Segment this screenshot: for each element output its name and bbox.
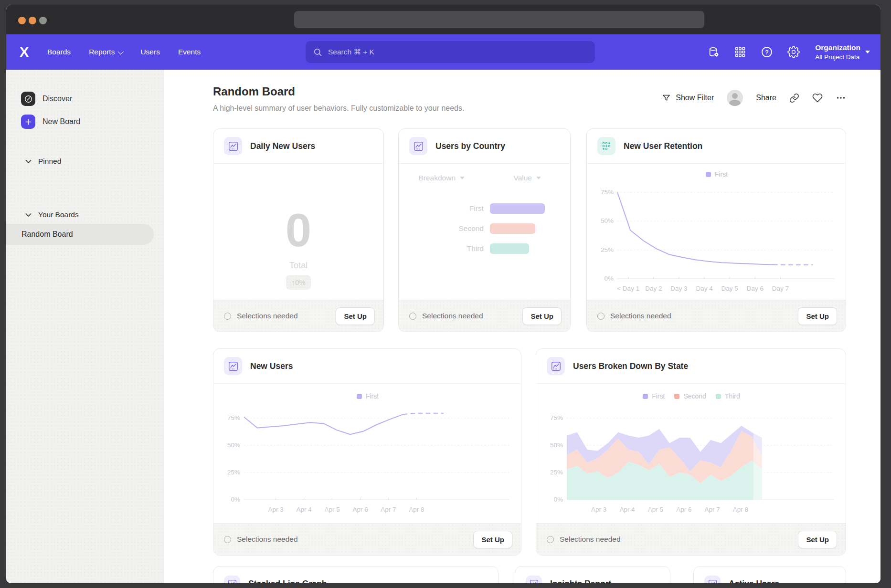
minimize-button[interactable] xyxy=(29,17,36,24)
org-selector[interactable]: Organization All Project Data xyxy=(815,43,870,61)
x-axis-label: Apr 8 xyxy=(714,506,767,513)
legend-label: Second xyxy=(683,392,706,400)
card-daily-new-users: Daily New Users 0 Total ↑0% Selections n… xyxy=(213,128,384,332)
sidebar-section-pinned[interactable]: Pinned xyxy=(25,153,164,170)
search-input[interactable] xyxy=(306,41,595,63)
nav-item-events[interactable]: Events xyxy=(178,48,201,56)
help-icon[interactable]: ? xyxy=(761,46,773,58)
metric-value: 0 xyxy=(213,203,383,257)
copy-link-button[interactable] xyxy=(789,93,799,103)
set-up-button[interactable]: Set Up xyxy=(798,307,837,325)
chevron-down-icon xyxy=(460,177,465,179)
status-text: Selections needed xyxy=(610,312,798,320)
x-axis-label: Apr 8 xyxy=(390,506,443,513)
nav-item-boards[interactable]: Boards xyxy=(47,48,71,56)
nav-item-reports[interactable]: Reports xyxy=(89,48,122,56)
show-filter-button[interactable]: Show Filter xyxy=(662,94,714,103)
metric-delta-badge: ↑0% xyxy=(286,275,310,290)
favorite-button[interactable] xyxy=(812,93,823,103)
line-chart-icon xyxy=(224,137,242,155)
legend-swatch-icon xyxy=(357,394,362,399)
value-dropdown[interactable]: Value xyxy=(485,174,571,182)
y-axis-label: 0% xyxy=(545,496,563,503)
heart-icon xyxy=(812,93,823,103)
ellipsis-icon xyxy=(836,93,846,103)
legend-swatch-icon xyxy=(716,394,721,399)
close-button[interactable] xyxy=(18,17,26,24)
set-up-button[interactable]: Set Up xyxy=(522,307,562,325)
set-up-button[interactable]: Set Up xyxy=(336,307,375,325)
data-management-icon[interactable] xyxy=(707,46,720,58)
plus-icon xyxy=(21,115,35,129)
retention-chart: First75%50%25%0%< Day 1Day 2Day 3Day 4Da… xyxy=(595,168,838,295)
bar-label: Second xyxy=(399,224,484,233)
new-users-chart: First75%50%25%0%Apr 3Apr 4Apr 5Apr 6Apr … xyxy=(222,390,513,516)
card-footer: Selections needed Set Up xyxy=(536,523,846,555)
nav-item-users[interactable]: Users xyxy=(140,48,159,56)
sidebar-item-label: Random Board xyxy=(21,230,73,239)
sidebar-item-new-board[interactable]: New Board xyxy=(21,111,164,133)
status-circle-icon xyxy=(224,313,231,320)
chevron-down-icon xyxy=(865,51,870,53)
chevron-down-icon xyxy=(25,159,32,164)
card-users-by-state: Users Broken Down By State FirstSecondTh… xyxy=(536,348,846,556)
legend-label: First xyxy=(715,170,728,178)
retention-grid-icon xyxy=(597,137,615,155)
status-text: Selections needed xyxy=(560,535,798,544)
search-field[interactable] xyxy=(327,47,520,57)
dropdown-label: Value xyxy=(514,174,532,182)
legend-swatch-icon xyxy=(674,394,679,399)
more-options-button[interactable] xyxy=(836,93,846,103)
legend-swatch-icon xyxy=(706,172,711,177)
titlebar xyxy=(6,5,880,34)
nav-item-label: Reports xyxy=(89,48,115,56)
legend-item: First xyxy=(643,392,665,400)
card-title: New User Retention xyxy=(624,141,702,151)
x-axis-label: Day 7 xyxy=(754,285,806,292)
sidebar-item-discover[interactable]: Discover xyxy=(21,88,164,110)
set-up-button[interactable]: Set Up xyxy=(473,531,512,548)
section-label: Your Boards xyxy=(38,210,79,219)
chart-plot: 75%50%25%0% xyxy=(617,180,834,281)
share-button[interactable]: Share xyxy=(756,94,776,102)
status-circle-icon xyxy=(547,536,554,543)
zoom-button[interactable] xyxy=(39,17,47,24)
y-axis-label: 50% xyxy=(545,441,563,449)
status-text: Selections needed xyxy=(422,312,522,320)
chevron-down-icon xyxy=(25,213,32,217)
bar-row: Third xyxy=(399,239,570,259)
navbar-right: ? Organization All Project Data xyxy=(707,34,870,70)
card-new-user-retention: New User Retention First75%50%25%0%< Day… xyxy=(586,128,846,332)
dropdown-label: Breakdown xyxy=(418,174,456,182)
legend-label: Third xyxy=(725,392,740,400)
card-footer: Selections needed Set Up xyxy=(399,300,570,332)
bar xyxy=(490,223,535,234)
breakdown-dropdown[interactable]: Breakdown xyxy=(399,174,485,182)
filter-funnel-icon xyxy=(662,94,671,103)
mixpanel-logo-icon[interactable]: X xyxy=(20,44,36,60)
bar-label: First xyxy=(399,204,484,213)
y-axis-label: 25% xyxy=(595,246,614,253)
state-area-chart: FirstSecondThird75%50%25%0%Apr 3Apr 4Apr… xyxy=(545,390,838,516)
card-new-users: New Users First75%50%25%0%Apr 3Apr 4Apr … xyxy=(213,348,521,556)
chart-plot: 75%50%25%0% xyxy=(567,402,834,502)
sidebar-section-your-boards[interactable]: Your Boards xyxy=(25,206,164,223)
nav-links: Boards Reports Users Events xyxy=(47,48,201,56)
chart-legend: FirstSecondThird xyxy=(545,390,838,402)
show-filter-label: Show Filter xyxy=(676,94,714,102)
card-header: New User Retention xyxy=(587,129,846,164)
chart-plot: 75%50%25%0% xyxy=(244,402,509,502)
sidebar: Discover New Board Pinned Random Board Y… xyxy=(6,70,164,583)
avatar[interactable] xyxy=(727,90,743,106)
line-chart-icon xyxy=(409,137,427,155)
sidebar-item-random-board[interactable]: Random Board xyxy=(6,224,154,245)
card-header: Active Users xyxy=(694,567,846,583)
url-bar[interactable] xyxy=(294,11,704,28)
y-axis-label: 75% xyxy=(545,414,563,421)
y-axis-label: 75% xyxy=(595,189,614,196)
legend-swatch-icon xyxy=(643,394,648,399)
apps-grid-icon[interactable] xyxy=(734,46,746,58)
set-up-button[interactable]: Set Up xyxy=(798,531,837,548)
settings-icon[interactable] xyxy=(787,46,800,58)
card-title: Stacked Line Graph xyxy=(248,579,327,584)
